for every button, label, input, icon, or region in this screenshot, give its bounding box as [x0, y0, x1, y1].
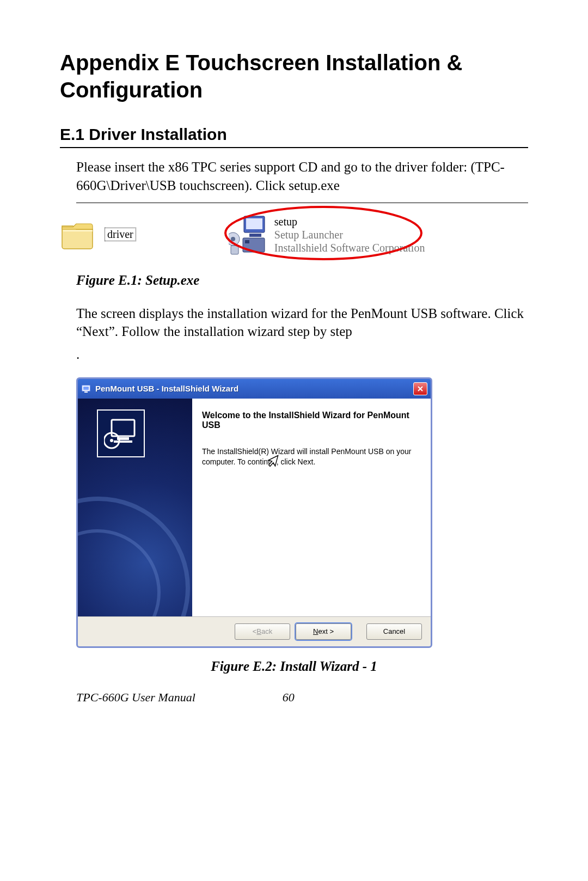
wizard-description: The InstallShield(R) Wizard will install… — [202, 446, 418, 467]
monitor-cd-icon — [97, 409, 145, 457]
install-wizard-window: PenMount USB - InstallShield Wizard — [76, 377, 432, 648]
back-button[interactable]: < Back — [235, 623, 290, 640]
svg-rect-14 — [114, 440, 132, 443]
appendix-title: Appendix E Touchscreen Installation & Co… — [60, 49, 528, 103]
setup-company: Installshield Software Corporation — [274, 241, 425, 254]
cancel-button[interactable]: Cancel — [366, 623, 422, 640]
close-button[interactable] — [413, 382, 427, 395]
paragraph-2: The screen displays the installation wiz… — [76, 304, 528, 341]
section-heading: E.1 Driver Installation — [60, 125, 528, 148]
wizard-welcome: Welcome to the InstallShield Wizard for … — [202, 411, 418, 430]
svg-point-7 — [231, 237, 235, 241]
paragraph-2-dot: . — [76, 345, 528, 364]
svg-rect-8 — [231, 246, 238, 254]
svg-rect-3 — [249, 234, 261, 237]
folder-icon — [60, 219, 95, 250]
installer-icon — [229, 213, 267, 256]
wizard-button-row: < Back Next > Cancel — [78, 617, 431, 646]
next-button[interactable]: Next > — [296, 623, 351, 640]
svg-rect-11 — [84, 391, 88, 393]
folder-label: driver — [105, 228, 136, 241]
wizard-sidebar — [78, 399, 192, 616]
footer-manual: TPC-660G User Manual — [76, 690, 195, 705]
svg-point-16 — [110, 439, 113, 442]
svg-rect-2 — [246, 218, 262, 229]
figure-e1-caption: Figure E.1: Setup.exe — [76, 273, 528, 288]
setup-name: setup — [274, 215, 425, 228]
title-text: PenMount USB - InstallShield Wizard — [95, 384, 413, 393]
footer: TPC-660G User Manual 60 — [60, 690, 528, 705]
svg-rect-5 — [245, 240, 249, 243]
figure-e2-caption: Figure E.2: Install Wizard - 1 — [60, 659, 528, 674]
svg-rect-10 — [83, 387, 89, 390]
footer-page-number: 60 — [283, 690, 295, 705]
setup-desc: Setup Launcher — [274, 228, 425, 241]
paragraph-1: Please insert the x86 TPC series support… — [76, 158, 528, 203]
svg-rect-4 — [243, 238, 265, 252]
figure-e1-row: driver setu — [60, 213, 528, 256]
titlebar: PenMount USB - InstallShield Wizard — [78, 379, 431, 399]
app-icon — [81, 384, 91, 394]
